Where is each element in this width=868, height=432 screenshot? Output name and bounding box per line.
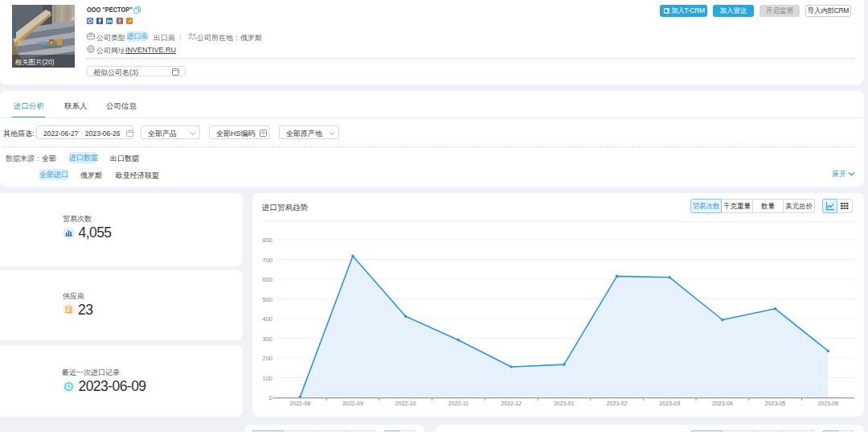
svg-text:2023-01: 2023-01 [554, 401, 575, 406]
svg-text:2022-12: 2022-12 [501, 401, 522, 406]
svg-text:2023-06: 2023-06 [817, 401, 838, 406]
svg-text:2023-02: 2023-02 [607, 401, 628, 406]
svg-text:2023-04: 2023-04 [712, 401, 733, 406]
svg-text:800: 800 [262, 237, 272, 244]
svg-text:500: 500 [262, 296, 272, 303]
svg-text:400: 400 [262, 315, 272, 323]
svg-text:2023-03: 2023-03 [659, 401, 680, 406]
svg-text:2022-11: 2022-11 [448, 401, 469, 406]
svg-text:700: 700 [262, 257, 272, 264]
svg-text:2023-05: 2023-05 [765, 401, 786, 406]
svg-text:200: 200 [262, 355, 272, 362]
svg-text:100: 100 [262, 375, 272, 382]
svg-text:相关图片(20): 相关图片(20) [15, 58, 55, 66]
svg-text:2022-08: 2022-08 [289, 401, 310, 406]
svg-text:2022-10: 2022-10 [395, 401, 416, 406]
svg-text:0: 0 [269, 394, 272, 401]
svg-text:2022-09: 2022-09 [342, 401, 363, 406]
svg-text:300: 300 [262, 335, 272, 343]
svg-text:600: 600 [262, 276, 272, 283]
